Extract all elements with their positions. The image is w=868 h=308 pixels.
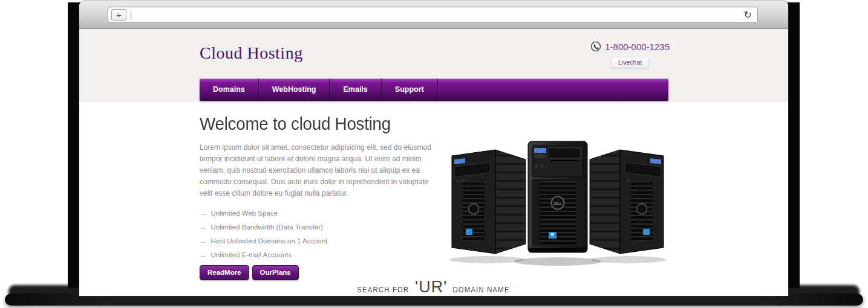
site-logo[interactable]: Cloud Hosting	[200, 43, 303, 63]
search-prefix: SEARCH FOR	[357, 286, 410, 294]
nav-item-emails[interactable]: Emails	[330, 79, 381, 101]
reload-icon[interactable]: ↻	[744, 10, 752, 20]
monitor-bezel-left	[68, 2, 80, 288]
nav-item-support[interactable]: Support	[382, 79, 438, 101]
livechat-button[interactable]: Livechat	[611, 57, 649, 68]
browser-window: + ↻ Cloud Hosting 1-800-000-1235 Livecha…	[79, 1, 788, 296]
browser-chrome: + ↻	[79, 1, 788, 29]
feature-label: Unlimited E-mail Accounts	[211, 251, 292, 258]
mockup-stage: + ↻ Cloud Hosting 1-800-000-1235 Livecha…	[0, 0, 868, 308]
server-towers-image: DELL	[448, 140, 667, 268]
new-tab-button[interactable]: +	[111, 9, 126, 21]
url-input[interactable]	[131, 9, 744, 21]
domain-search-banner: SEARCH FOR 'UR' DOMAIN NAME	[79, 278, 788, 296]
monitor-bezel-right	[788, 2, 800, 288]
svg-text:DELL: DELL	[554, 202, 562, 205]
search-suffix: DOMAIN NAME	[453, 286, 510, 294]
feature-label: Unlimited Bandwidth (Data Transfer)	[211, 223, 323, 231]
feature-item: →Unlimited Web Space	[200, 210, 442, 217]
feature-label: Host Unlimited Domains on 1 Account	[211, 237, 328, 245]
webpage: Cloud Hosting 1-800-000-1235 Livechat Do…	[79, 29, 788, 295]
intro-paragraph: Lorem ipsum dolor sit amet, consectetur …	[200, 142, 442, 199]
feature-list: →Unlimited Web Space →Unlimited Bandwidt…	[200, 210, 442, 258]
url-bar[interactable]: + ↻	[108, 7, 758, 23]
feature-item: →Host Unlimited Domains on 1 Account	[200, 237, 442, 245]
page-title: Welcome to cloud Hosting	[200, 114, 432, 134]
search-highlight: 'UR'	[415, 278, 447, 296]
arrow-icon: →	[200, 251, 207, 258]
nav-item-webhosting[interactable]: WebHosting	[259, 79, 330, 101]
feature-item: →Unlimited E-mail Accounts	[200, 251, 442, 258]
arrow-icon: →	[200, 237, 207, 245]
arrow-icon: →	[200, 223, 207, 231]
phone-number[interactable]: 1-800-000-1235	[605, 42, 670, 52]
feature-item: →Unlimited Bandwidth (Data Transfer)	[200, 223, 442, 231]
phone-row: 1-800-000-1235	[590, 41, 670, 52]
contact-block: 1-800-000-1235 Livechat	[590, 41, 670, 68]
feature-label: Unlimited Web Space	[211, 210, 278, 217]
nav-item-domains[interactable]: Domains	[200, 79, 259, 101]
main-nav: Domains WebHosting Emails Support	[200, 79, 668, 101]
arrow-icon: →	[200, 210, 207, 217]
phone-icon	[590, 41, 601, 52]
hero-content: Welcome to cloud Hosting Lorem ipsum dol…	[200, 114, 442, 280]
